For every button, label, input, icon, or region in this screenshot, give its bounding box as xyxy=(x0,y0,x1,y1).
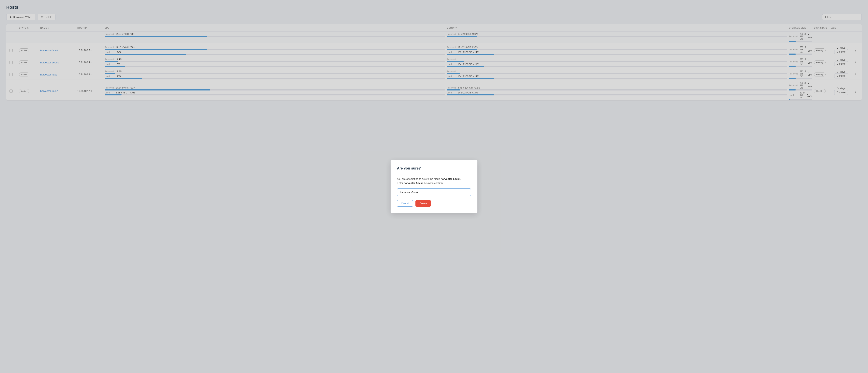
dialog-divider xyxy=(397,174,471,174)
confirm-delete-button[interactable]: Delete xyxy=(415,200,431,207)
confirm-input[interactable] xyxy=(397,189,471,196)
cancel-button[interactable]: Cancel xyxy=(397,200,413,207)
dialog-title: Are you sure? xyxy=(397,166,471,171)
delete-confirm-dialog: Are you sure? You are attempting to dele… xyxy=(391,160,477,213)
dialog-actions: Cancel Delete xyxy=(397,200,471,207)
dialog-node-name: harvester-5cvsk xyxy=(441,177,460,180)
dialog-body: You are attempting to delete the Node ha… xyxy=(397,177,471,185)
dialog-confirm-name: harvester-5cvsk xyxy=(404,181,423,184)
modal-overlay: Are you sure? You are attempting to dele… xyxy=(0,0,868,373)
